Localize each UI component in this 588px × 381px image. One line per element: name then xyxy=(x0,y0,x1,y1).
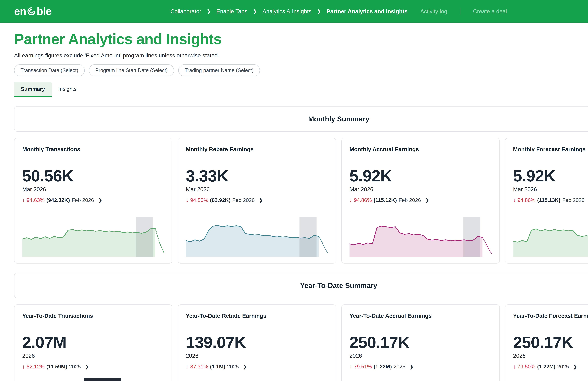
change-period: 2025 xyxy=(69,364,81,370)
down-arrow-icon: ↓ xyxy=(186,197,189,203)
down-arrow-icon: ↓ xyxy=(350,364,352,370)
metric-card-title: Year-To-Date Transactions xyxy=(22,313,164,319)
metric-value: 50.56K xyxy=(22,167,164,185)
down-arrow-icon: ↓ xyxy=(513,197,516,203)
header-link-activity-log[interactable]: Activity log xyxy=(420,8,447,15)
change-period: 2025 xyxy=(227,364,239,370)
down-arrow-icon: ↓ xyxy=(22,364,25,370)
page-body: Partner Analytics and Insights ••• All e… xyxy=(0,30,588,97)
metric-value: 250.17K xyxy=(350,333,492,352)
change-value: (115.12K) xyxy=(374,197,397,203)
metric-value: 3.33K xyxy=(186,167,328,185)
brand-logo[interactable]: en ble xyxy=(14,5,51,17)
tab-summary[interactable]: Summary xyxy=(14,82,52,97)
change-value: (115.13K) xyxy=(537,197,561,203)
breadcrumb: Collaborator ❯ Enable Taps ❯ Analytics &… xyxy=(170,8,507,15)
section-header-monthly-summary: Monthly Summary xyxy=(14,106,588,132)
change-value: (942.32K) xyxy=(46,197,70,203)
chevron-right-icon: ❯ xyxy=(98,198,102,203)
metric-value: 5.92K xyxy=(513,167,588,185)
metric-period: Mar 2026 xyxy=(186,186,328,192)
metric-card-title: Year-To-Date Accrual Earnings xyxy=(350,313,492,319)
metric-card-title: Year-To-Date Forecast Earnings xyxy=(513,313,588,319)
page-title: Partner Analytics and Insights xyxy=(14,30,222,48)
metric-card-ytd-transactions: Year-To-Date Transactions 2.07M 2026 ↓ 8… xyxy=(14,304,172,381)
metric-card-title: Monthly Accrual Earnings xyxy=(350,146,492,152)
change-period: 2025 xyxy=(394,364,405,370)
down-arrow-icon: ↓ xyxy=(350,197,352,203)
metric-period: Mar 2026 xyxy=(513,186,588,192)
down-arrow-icon: ↓ xyxy=(186,364,189,370)
metric-card-ytd-accrual-earnings: Year-To-Date Accrual Earnings 250.17K 20… xyxy=(341,304,500,381)
logo-text-post: ble xyxy=(37,5,51,17)
breadcrumb-separator-icon: ❯ xyxy=(252,9,257,14)
down-arrow-icon: ↓ xyxy=(513,364,516,370)
metric-card-monthly-forecast-earnings: Monthly Forecast Earnings 5.92K Mar 2026… xyxy=(505,138,588,264)
metric-period: Mar 2026 xyxy=(350,186,492,192)
change-indicator[interactable]: ↓ 79.51% (1.22M) 2025 ❯ xyxy=(350,364,414,370)
change-indicator[interactable]: ↓ 94.63% (942.32K) Feb 2026 ❯ xyxy=(22,197,102,203)
change-period: 2025 xyxy=(557,364,569,370)
metric-card-ytd-forecast-earnings: Year-To-Date Forecast Earnings 250.17K 2… xyxy=(505,304,588,381)
change-percent: 94.80% xyxy=(190,197,208,203)
sparkline-chart xyxy=(22,217,164,257)
change-period: Feb 2026 xyxy=(399,197,421,203)
ytd-cards-grid: Year-To-Date Transactions 2.07M 2026 ↓ 8… xyxy=(14,304,588,381)
change-indicator[interactable]: ↓ 94.80% (63.92K) Feb 2026 ❯ xyxy=(186,197,263,203)
chevron-right-icon: ❯ xyxy=(425,198,429,203)
change-value: (11.59M) xyxy=(46,364,67,370)
change-indicator[interactable]: ↓ 82.12% (11.59M) 2025 ❯ xyxy=(22,364,89,370)
monthly-cards-grid: Monthly Transactions 50.56K Mar 2026 ↓ 9… xyxy=(14,138,588,264)
metric-value: 2.07M xyxy=(22,333,164,352)
metric-value: 250.17K xyxy=(513,333,588,352)
tab-insights[interactable]: Insights xyxy=(52,82,83,97)
metric-card-title: Monthly Rebate Earnings xyxy=(186,146,328,152)
sparkline-chart xyxy=(513,217,588,257)
metric-period: 2026 xyxy=(22,353,164,359)
change-period: Feb 2026 xyxy=(232,197,255,203)
metric-card-monthly-rebate-earnings: Monthly Rebate Earnings 3.33K Mar 2026 ↓… xyxy=(178,138,336,264)
metric-card-monthly-transactions: Monthly Transactions 50.56K Mar 2026 ↓ 9… xyxy=(14,138,172,264)
change-value: (1.1M) xyxy=(210,364,225,370)
change-percent: 79.51% xyxy=(354,364,372,370)
change-indicator[interactable]: ↓ 87.31% (1.1M) 2025 ❯ xyxy=(186,364,247,370)
header-link-create-a-deal[interactable]: Create a deal xyxy=(473,8,507,15)
change-percent: 94.86% xyxy=(517,197,535,203)
section-title: Year-To-Date Summary xyxy=(300,281,377,290)
metric-period: 2026 xyxy=(350,353,492,359)
metric-card-monthly-accrual-earnings: Monthly Accrual Earnings 5.92K Mar 2026 … xyxy=(341,138,500,264)
page-subtitle: All earnings figures exclude 'Fixed Amou… xyxy=(14,52,588,59)
filter-pill-trading-partner-name[interactable]: Trading partner Name (Select) xyxy=(178,64,260,76)
metric-period: Mar 2026 xyxy=(22,186,164,192)
metric-card-title: Monthly Forecast Earnings xyxy=(513,146,588,152)
app-header: en ble Collaborator ❯ Enable Taps ❯ Anal… xyxy=(0,0,588,22)
change-indicator[interactable]: ↓ 94.86% (115.13K) Feb 2026 ❯ xyxy=(513,197,588,203)
logo-swirl-icon xyxy=(27,7,36,16)
filter-pill-transaction-date[interactable]: Transaction Date (Select) xyxy=(14,64,85,76)
change-period: Feb 2026 xyxy=(562,197,585,203)
chevron-right-icon: ❯ xyxy=(410,364,414,369)
change-indicator[interactable]: ↓ 94.86% (115.12K) Feb 2026 ❯ xyxy=(350,197,429,203)
breadcrumb-separator-icon: ❯ xyxy=(206,9,211,14)
metric-value: 139.07K xyxy=(186,333,328,352)
breadcrumb-item-partner-analytics[interactable]: Partner Analytics and Insights xyxy=(327,8,408,15)
chevron-right-icon: ❯ xyxy=(243,364,247,369)
breadcrumb-item-enable-taps[interactable]: Enable Taps xyxy=(216,8,247,15)
breadcrumb-item-collaborator[interactable]: Collaborator xyxy=(170,8,201,15)
metric-period: 2026 xyxy=(513,353,588,359)
breadcrumb-item-analytics-insights[interactable]: Analytics & Insights xyxy=(262,8,311,15)
filter-bar: Transaction Date (Select) Program line S… xyxy=(14,64,588,76)
change-percent: 87.31% xyxy=(190,364,208,370)
change-percent: 94.86% xyxy=(354,197,372,203)
change-value: (1.22M) xyxy=(374,364,392,370)
change-percent: 79.50% xyxy=(517,364,535,370)
header-divider xyxy=(460,8,460,15)
metric-card-title: Monthly Transactions xyxy=(22,146,164,152)
partial-chart-element xyxy=(84,378,121,381)
chevron-right-icon: ❯ xyxy=(85,364,89,369)
filter-pill-program-line-start-date[interactable]: Program line Start Date (Select) xyxy=(89,64,174,76)
down-arrow-icon: ↓ xyxy=(22,197,25,203)
metric-value: 5.92K xyxy=(350,167,492,185)
change-indicator[interactable]: ↓ 79.50% (1.22M) 2025 ❯ xyxy=(513,364,577,370)
sparkline-chart xyxy=(350,217,492,257)
